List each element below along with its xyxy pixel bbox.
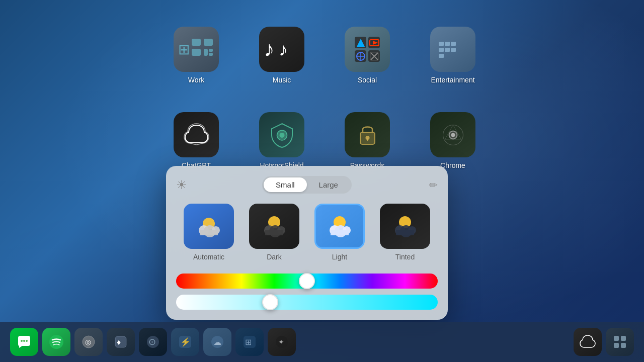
svg-rect-17 <box>439 48 444 52</box>
app-label-entertainment: Entertainment <box>431 76 474 84</box>
weather-option-automatic[interactable]: Automatic <box>184 204 234 261</box>
dock-icon-app9[interactable]: ✦ <box>268 328 296 356</box>
weather-label-dark: Dark <box>267 253 282 261</box>
svg-point-28 <box>451 133 455 137</box>
app-icon-hotspotshield <box>259 112 304 157</box>
app-label-music: Music <box>273 76 291 84</box>
svg-point-22 <box>279 133 284 138</box>
svg-rect-67 <box>614 336 619 341</box>
svg-rect-18 <box>445 48 450 52</box>
saturation-slider-thumb[interactable] <box>262 294 278 310</box>
svg-text:◎: ◎ <box>85 338 91 346</box>
svg-rect-38 <box>265 230 283 235</box>
app-item-work[interactable]: Work <box>156 15 236 96</box>
dock-icon-app5[interactable]: ⊙ <box>139 328 167 356</box>
svg-text:♦: ♦ <box>117 338 121 346</box>
svg-rect-69 <box>614 343 619 348</box>
color-sliders <box>176 274 438 310</box>
svg-rect-4 <box>209 49 213 52</box>
hue-slider[interactable] <box>176 274 438 289</box>
svg-point-50 <box>23 340 25 342</box>
sun-icon: ☀ <box>176 178 187 192</box>
weather-label-light: Light <box>332 253 347 261</box>
svg-marker-9 <box>373 41 378 45</box>
svg-rect-70 <box>621 343 626 348</box>
size-small-button[interactable]: Small <box>264 177 307 192</box>
svg-rect-68 <box>621 336 626 341</box>
svg-rect-19 <box>451 48 456 52</box>
svg-rect-33 <box>200 230 218 235</box>
weather-label-tinted: Tinted <box>395 253 415 261</box>
saturation-slider[interactable] <box>176 295 438 310</box>
panel-header: ☀ Small Large ✏ <box>176 176 438 194</box>
dock-icon-app7[interactable]: ☁ <box>203 328 231 356</box>
dock: ◎ ♦ ⊙ ⚡ ☁ <box>0 322 644 362</box>
weather-option-tinted[interactable]: Tinted <box>380 204 430 261</box>
app-icon-chatgpt <box>174 112 219 157</box>
app-label-social: Social <box>358 76 377 84</box>
svg-rect-3 <box>204 49 208 56</box>
weather-option-dark[interactable]: Dark <box>249 204 299 261</box>
svg-text:✦: ✦ <box>278 338 284 346</box>
svg-rect-48 <box>396 230 414 235</box>
svg-marker-7 <box>357 39 365 47</box>
dock-icon-grid[interactable] <box>606 328 634 356</box>
svg-rect-15 <box>445 42 450 46</box>
svg-text:⊞: ⊞ <box>245 338 252 346</box>
weather-icon-light <box>314 204 365 249</box>
svg-text:☁: ☁ <box>213 338 221 346</box>
weather-label-automatic: Automatic <box>193 253 224 261</box>
size-toggle: Small Large <box>262 176 352 194</box>
popup-panel: ☀ Small Large ✏ Automatic <box>166 166 448 320</box>
weather-icon-automatic <box>184 204 234 249</box>
dock-icon-app4[interactable]: ♦ <box>107 328 135 356</box>
svg-rect-5 <box>209 53 213 56</box>
dock-left: ◎ ♦ ⊙ ⚡ ☁ <box>10 328 296 356</box>
dock-icon-messages[interactable] <box>10 328 38 356</box>
dock-right <box>574 328 634 356</box>
weather-icon-tinted <box>380 204 430 249</box>
app-item-entertainment[interactable]: Entertainment <box>413 15 493 96</box>
weather-icon-dark <box>249 204 299 249</box>
svg-point-49 <box>21 340 23 342</box>
svg-rect-25 <box>367 138 368 141</box>
dock-icon-app8[interactable]: ⊞ <box>235 328 264 356</box>
weather-options: Automatic Dark <box>176 204 438 261</box>
svg-rect-1 <box>204 39 213 46</box>
dock-icon-chatgpt-dock[interactable] <box>574 328 602 356</box>
svg-point-51 <box>26 340 28 342</box>
app-icon-social <box>345 27 390 72</box>
app-icon-music: ♪ <box>259 27 304 72</box>
svg-text:⚡: ⚡ <box>180 337 191 347</box>
pencil-icon[interactable]: ✏ <box>429 179 438 191</box>
hue-slider-thumb[interactable] <box>299 273 315 289</box>
app-icon-passwords <box>345 112 390 157</box>
weather-option-light[interactable]: Light <box>314 204 365 261</box>
svg-rect-43 <box>331 230 349 235</box>
app-icon-entertainment <box>430 27 475 72</box>
svg-rect-2 <box>192 49 201 56</box>
dock-icon-app3[interactable]: ◎ <box>74 328 103 356</box>
app-item-music[interactable]: ♪ Music <box>242 15 322 96</box>
size-large-button[interactable]: Large <box>307 177 350 192</box>
svg-rect-14 <box>439 42 444 46</box>
app-label-work: Work <box>188 76 204 84</box>
app-icon-chrome <box>430 112 475 157</box>
dock-icon-spotify[interactable] <box>42 328 70 356</box>
svg-rect-0 <box>192 39 201 46</box>
app-icon-work <box>174 27 219 72</box>
svg-rect-20 <box>439 54 444 58</box>
svg-text:⊙: ⊙ <box>148 337 156 347</box>
app-grid: Work ♪ Music <box>156 15 493 181</box>
svg-text:♪: ♪ <box>279 39 288 60</box>
svg-rect-16 <box>451 42 456 46</box>
dock-icon-app6[interactable]: ⚡ <box>171 328 199 356</box>
app-item-social[interactable]: Social <box>327 15 408 96</box>
